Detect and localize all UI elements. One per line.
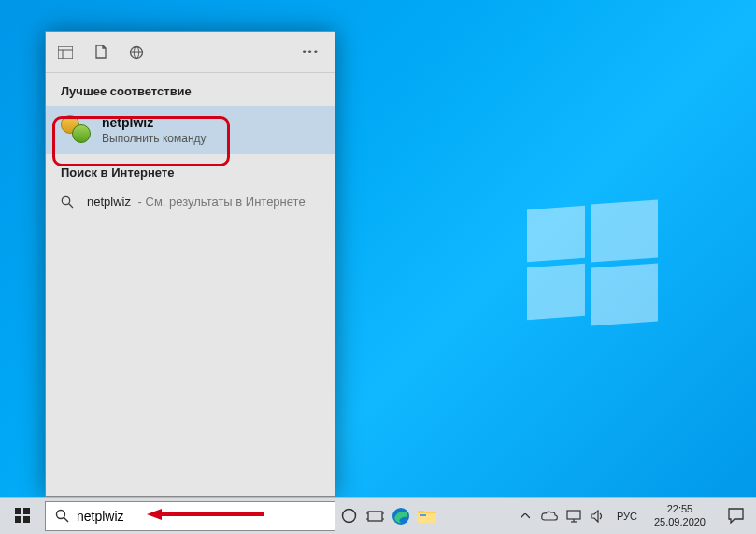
best-match-label: Лучшее соответствие (46, 73, 335, 106)
system-tray: РУС 22:55 25.09.2020 (512, 498, 756, 535)
filter-documents-icon[interactable] (93, 44, 109, 61)
start-button[interactable] (0, 498, 45, 535)
svg-rect-0 (58, 46, 73, 59)
search-icon (55, 509, 69, 523)
start-search-panel: ••• Лучшее соответствие netplwiz Выполни… (45, 31, 335, 497)
web-search-label: Поиск в Интернете (46, 154, 335, 187)
cortana-icon[interactable] (335, 498, 362, 535)
edge-icon[interactable] (388, 498, 414, 535)
best-match-result[interactable]: netplwiz Выполнить команду (46, 106, 335, 154)
more-options-icon[interactable]: ••• (302, 46, 323, 59)
svg-line-9 (64, 518, 69, 523)
search-icon (61, 195, 74, 209)
tray-network-icon[interactable] (564, 507, 583, 526)
svg-rect-11 (368, 512, 382, 521)
clock-date: 25.09.2020 (654, 516, 706, 528)
svg-point-10 (342, 510, 355, 523)
svg-rect-19 (567, 511, 580, 519)
svg-rect-18 (420, 514, 426, 516)
web-query: netplwiz (87, 195, 131, 209)
task-view-icon[interactable] (362, 498, 388, 535)
language-indicator[interactable]: РУС (613, 511, 641, 522)
svg-point-6 (62, 196, 69, 204)
tray-chevron-up-icon[interactable] (516, 507, 535, 526)
svg-line-7 (69, 203, 73, 207)
web-search-result[interactable]: netplwiz - См. результаты в Интернете (46, 187, 335, 216)
result-subtitle: Выполнить команду (102, 132, 320, 145)
file-explorer-icon[interactable] (414, 498, 440, 535)
desktop-wallpaper-logo (527, 202, 658, 324)
web-desc: - См. результаты в Интернете (138, 195, 306, 209)
filter-all-icon[interactable] (57, 44, 74, 61)
search-filter-bar: ••• (46, 32, 335, 73)
taskbar: РУС 22:55 25.09.2020 (0, 497, 756, 534)
clock-time: 22:55 (654, 503, 706, 515)
action-center-icon[interactable] (719, 498, 752, 535)
search-input[interactable] (77, 509, 325, 524)
taskbar-clock[interactable]: 22:55 25.09.2020 (647, 503, 713, 527)
tray-onedrive-icon[interactable] (540, 507, 559, 526)
taskbar-search-box[interactable] (45, 501, 335, 531)
svg-point-8 (57, 511, 65, 519)
result-title: netplwiz (102, 115, 320, 130)
netplwiz-icon (61, 115, 91, 145)
tray-volume-icon[interactable] (589, 507, 607, 526)
filter-web-icon[interactable] (128, 44, 145, 61)
